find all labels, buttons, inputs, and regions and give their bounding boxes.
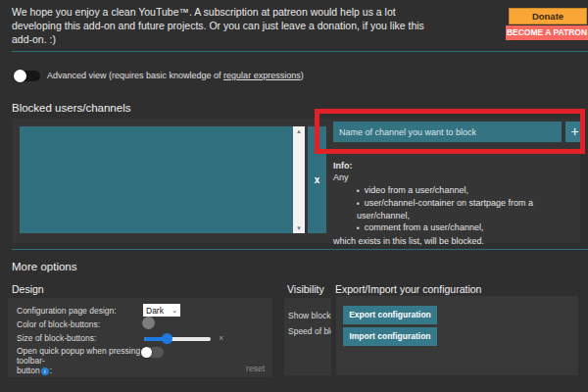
show-blockbuttons-label: Show block-bu bbox=[288, 311, 331, 320]
color-picker-circle[interactable] bbox=[142, 317, 155, 329]
channel-name-input[interactable] bbox=[333, 122, 562, 142]
advanced-view-label-text: Advanced view (requires basic knowledge … bbox=[47, 71, 223, 80]
advanced-view-label-suffix: ) bbox=[301, 71, 304, 80]
quick-popup-label-colon: : bbox=[50, 366, 52, 375]
list-item: comment from a user/channel, bbox=[357, 221, 580, 234]
info-outro: which exists in this list, will be block… bbox=[333, 235, 580, 247]
export-import-heading: Export/Import your configuration bbox=[335, 283, 481, 295]
section-divider bbox=[12, 51, 588, 52]
section-divider bbox=[12, 249, 588, 250]
quick-popup-toggle[interactable] bbox=[142, 347, 164, 358]
info-bullet-list: video from a user/channel, user/channel-… bbox=[333, 184, 580, 234]
quick-popup-label-line1: Open quick popup when pressing toolbar- bbox=[17, 346, 140, 366]
speed-blockbuttons-label: Speed of block bbox=[288, 326, 331, 336]
reset-link[interactable]: reset bbox=[246, 364, 265, 373]
add-channel-button[interactable]: + bbox=[565, 122, 584, 142]
blocked-list-textarea[interactable]: ▲ ▼ bbox=[20, 126, 305, 233]
addon-settings-page: We hope you enjoy a clean YouTube™. A su… bbox=[0, 0, 588, 392]
donate-button[interactable]: Donate bbox=[509, 8, 587, 24]
quick-popup-label-line2: button bbox=[17, 366, 40, 375]
info-intro: Any bbox=[333, 172, 580, 183]
toggle-knob bbox=[14, 70, 26, 82]
visibility-heading: Visibility bbox=[287, 283, 324, 295]
scroll-up-icon[interactable]: ▲ bbox=[293, 126, 305, 136]
more-options-heading: More options bbox=[12, 261, 76, 272]
visibility-panel: Show block-bu Speed of block bbox=[284, 298, 331, 375]
import-configuration-button[interactable]: Import configuration bbox=[343, 327, 437, 346]
list-item: video from a user/channel, bbox=[357, 184, 580, 197]
regular-expressions-link[interactable]: regular expressions bbox=[223, 71, 301, 80]
advanced-view-toggle[interactable] bbox=[15, 71, 40, 81]
blocked-users-heading: Blocked users/channels bbox=[12, 102, 130, 114]
close-icon: x bbox=[315, 174, 320, 185]
chevron-down-icon: ⌄ bbox=[172, 307, 177, 315]
config-design-label: Configuration page design: bbox=[17, 306, 117, 316]
advanced-view-label: Advanced view (requires basic knowledge … bbox=[47, 71, 304, 80]
slider-remove-icon[interactable]: × bbox=[219, 333, 223, 343]
design-select-value: Dark bbox=[146, 306, 164, 316]
info-block: Info: Any video from a user/channel, use… bbox=[333, 160, 580, 247]
size-slider[interactable] bbox=[144, 337, 211, 341]
intro-message: We hope you enjoy a clean YouTube™. A su… bbox=[12, 5, 439, 46]
slider-knob[interactable] bbox=[162, 333, 172, 344]
info-title: Info: bbox=[333, 160, 580, 172]
clear-list-button[interactable]: x bbox=[308, 126, 326, 233]
quick-popup-label: Open quick popup when pressing toolbar-b… bbox=[17, 346, 142, 375]
export-configuration-button[interactable]: Export configuration bbox=[343, 306, 437, 324]
design-select[interactable]: Dark ⌄ bbox=[143, 304, 180, 317]
size-blockbuttons-label: Size of block-buttons: bbox=[17, 333, 96, 343]
export-import-panel: Export configuration Import configuratio… bbox=[336, 296, 578, 375]
design-heading: Design bbox=[12, 283, 44, 295]
toggle-knob bbox=[141, 347, 152, 358]
list-item: user/channel-container on startpage from… bbox=[357, 197, 580, 221]
scroll-down-icon[interactable]: ▼ bbox=[293, 223, 305, 233]
info-icon: i bbox=[41, 368, 49, 375]
become-a-patron-button[interactable]: BECOME A PATRON bbox=[506, 25, 588, 40]
scrollbar[interactable]: ▲ ▼ bbox=[293, 126, 305, 233]
color-blockbuttons-label: Color of block-buttons: bbox=[17, 319, 100, 329]
design-panel: Configuration page design: Dark ⌄ Color … bbox=[8, 298, 272, 377]
